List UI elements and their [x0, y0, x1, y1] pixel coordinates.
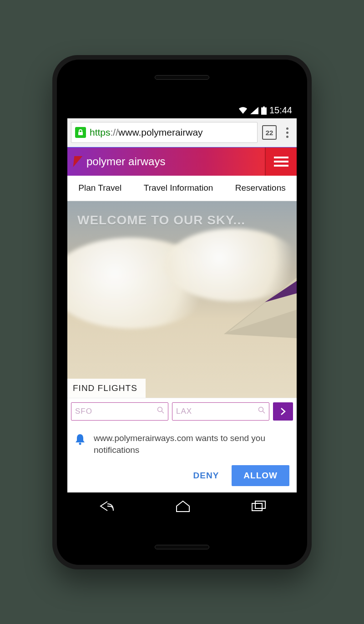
url-host: www.polymerairway: [118, 127, 203, 138]
back-button[interactable]: [97, 500, 115, 514]
recents-button[interactable]: [251, 500, 267, 514]
to-airport-input[interactable]: LAX: [172, 402, 269, 421]
ssl-lock-icon: [75, 127, 86, 138]
device-screen: 15:44 https :// www.polymerairway 22: [67, 103, 297, 522]
permission-actions: DENY ALLOW: [75, 465, 289, 486]
from-airport-placeholder: SFO: [75, 407, 92, 416]
svg-rect-15: [255, 501, 265, 508]
site-brand[interactable]: polymer airways: [67, 147, 265, 176]
permission-message: www.polymerairways.com wants to send you…: [94, 432, 289, 456]
notification-permission-prompt: www.polymerairways.com wants to send you…: [67, 424, 297, 492]
svg-point-11: [259, 407, 263, 412]
search-icon: [157, 406, 164, 416]
android-navbar: [67, 492, 297, 522]
brand-logo-icon: [73, 156, 83, 167]
brand-name: polymer airways: [86, 155, 165, 168]
search-icon: [258, 406, 265, 416]
find-flights-label: FIND FLIGHTS: [67, 379, 146, 398]
permission-message-row: www.polymerairways.com wants to send you…: [75, 432, 289, 456]
hero-title: WELCOME TO OUR SKY...: [77, 213, 245, 228]
nav-reservations[interactable]: Reservations: [232, 183, 289, 193]
wifi-icon: [238, 107, 248, 114]
to-airport-placeholder: LAX: [176, 407, 192, 416]
url-scheme: https: [90, 127, 111, 138]
flight-search-bar: SFO LAX: [67, 398, 297, 424]
url-sep: ://: [111, 127, 119, 138]
phone-bezel: 15:44 https :// www.polymerairway 22: [57, 60, 307, 565]
svg-point-13: [79, 443, 81, 445]
deny-button[interactable]: DENY: [187, 466, 226, 485]
browser-menu-button[interactable]: [281, 126, 293, 140]
nav-plan-travel[interactable]: Plan Travel: [75, 183, 125, 193]
recents-icon: [251, 500, 267, 512]
airplane-wing-icon: [197, 270, 297, 343]
omnibox[interactable]: https :// www.polymerairway: [71, 122, 258, 143]
phone-frame: 15:44 https :// www.polymerairway 22: [52, 55, 312, 569]
kebab-dot-icon: [286, 136, 288, 138]
battery-icon: [261, 107, 267, 115]
home-button[interactable]: [175, 500, 191, 514]
page-content: polymer airways Plan Travel Travel Infor…: [67, 147, 297, 492]
cell-signal-icon: [250, 107, 258, 114]
android-status-bar: 15:44: [67, 103, 297, 118]
site-header: polymer airways: [67, 147, 297, 176]
browser-toolbar: https :// www.polymerairway 22: [67, 118, 297, 147]
svg-line-10: [162, 411, 164, 414]
search-flights-button[interactable]: [273, 402, 293, 421]
kebab-dot-icon: [286, 127, 288, 130]
phone-speaker-bottom: [155, 545, 209, 549]
from-airport-input[interactable]: SFO: [71, 402, 168, 421]
back-icon: [97, 500, 115, 512]
bell-icon: [75, 433, 86, 448]
tab-switcher-button[interactable]: 22: [262, 125, 277, 140]
status-time: 15:44: [269, 105, 292, 116]
chevron-right-icon: [280, 407, 286, 416]
phone-speaker-top: [155, 75, 209, 80]
home-icon: [175, 500, 191, 512]
svg-rect-1: [263, 107, 265, 107]
svg-rect-14: [252, 503, 262, 511]
svg-rect-2: [78, 132, 83, 135]
hero-banner: WELCOME TO OUR SKY... FIND FLIGHTS: [67, 201, 297, 398]
allow-button[interactable]: ALLOW: [232, 465, 289, 486]
primary-nav: Plan Travel Travel Information Reservati…: [67, 176, 297, 201]
svg-point-9: [158, 407, 162, 412]
hamburger-icon: [274, 156, 288, 167]
kebab-dot-icon: [286, 132, 288, 134]
site-menu-button[interactable]: [265, 147, 297, 176]
nav-travel-information[interactable]: Travel Information: [140, 183, 217, 193]
svg-rect-0: [261, 107, 267, 115]
svg-line-12: [263, 411, 265, 414]
